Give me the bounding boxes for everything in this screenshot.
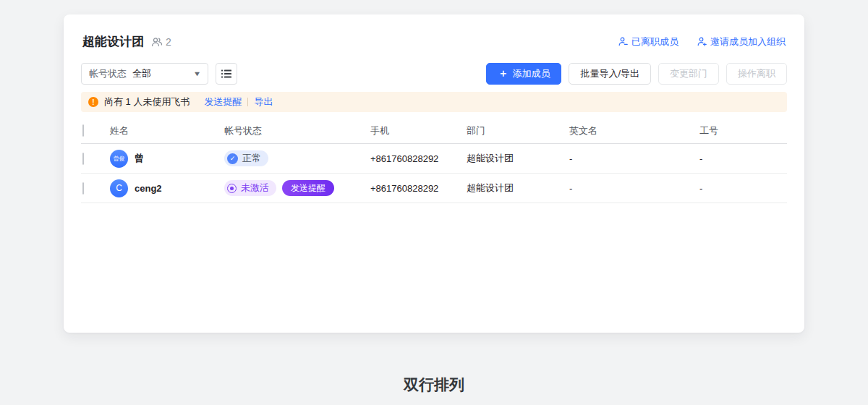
phone-cell: +861760828292 <box>370 183 467 194</box>
filter-label: 帐号状态 <box>89 67 127 80</box>
member-count-value: 2 <box>166 36 171 48</box>
add-member-button[interactable]: ＋ 添加成员 <box>486 63 561 85</box>
member-count: 2 <box>151 36 171 48</box>
list-view-icon <box>221 69 231 78</box>
status-badge: 未激活 <box>224 180 276 196</box>
status-label: 正常 <box>242 152 261 165</box>
resign-operation-button[interactable]: 操作离职 <box>726 63 787 85</box>
unused-warning-banner: ! 尚有 1 人未使用飞书 发送提醒 导出 <box>81 92 787 112</box>
chevron-down-icon: ▼ <box>193 70 202 77</box>
figure-caption: 双行排列 <box>0 375 868 395</box>
status-badge: ✓ 正常 <box>224 150 268 166</box>
english-name-cell: - <box>569 153 699 164</box>
avatar: 曾俊 <box>110 150 128 168</box>
account-status-filter[interactable]: 帐号状态 全部 ▼ <box>81 63 208 85</box>
page-header: 超能设计团 2 已离职成员 <box>81 33 787 50</box>
list-view-button[interactable] <box>216 63 237 85</box>
warning-icon: ! <box>88 97 98 107</box>
resigned-members-link[interactable]: 已离职成员 <box>618 35 678 48</box>
link-divider <box>247 98 248 106</box>
phone-cell: +861760828292 <box>370 153 467 164</box>
change-department-label: 变更部门 <box>670 67 707 80</box>
col-header-status: 帐号状态 <box>224 124 370 137</box>
english-name-cell: - <box>569 183 699 194</box>
table-row[interactable]: 曾俊 曾 ✓ 正常 +861760828292 超能设计团 - - <box>81 144 787 174</box>
employee-id-cell: - <box>699 183 787 194</box>
warning-text: 尚有 1 人未使用飞书 <box>104 95 190 108</box>
member-admin-card: 超能设计团 2 已离职成员 <box>64 14 804 333</box>
people-count-icon <box>151 37 163 47</box>
send-reminder-button[interactable]: 发送提醒 <box>282 180 334 196</box>
resigned-members-label: 已离职成员 <box>631 35 678 48</box>
col-header-english-name: 英文名 <box>569 124 699 137</box>
department-cell: 超能设计团 <box>467 152 569 165</box>
filter-value: 全部 <box>132 67 151 80</box>
export-link[interactable]: 导出 <box>254 95 273 108</box>
resign-operation-label: 操作离职 <box>738 67 775 80</box>
plus-icon: ＋ <box>498 67 508 80</box>
department-cell: 超能设计团 <box>467 182 569 195</box>
dot-circle-icon <box>227 184 237 193</box>
row-checkbox[interactable] <box>82 153 84 165</box>
invite-members-label: 邀请成员加入组织 <box>710 35 786 48</box>
employee-id-cell: - <box>699 153 787 164</box>
member-name: ceng2 <box>135 183 162 194</box>
col-header-phone: 手机 <box>370 124 467 137</box>
col-header-department: 部门 <box>467 124 569 137</box>
toolbar: 帐号状态 全部 ▼ ＋ 添加成员 批量导入/导出 变更部门 <box>81 63 787 85</box>
col-header-name: 姓名 <box>110 124 224 137</box>
row-checkbox[interactable] <box>82 182 84 195</box>
person-add-icon <box>697 37 707 46</box>
member-name: 曾 <box>135 152 144 165</box>
add-member-label: 添加成员 <box>512 67 550 80</box>
check-circle-icon: ✓ <box>227 153 238 164</box>
send-reminder-link[interactable]: 发送提醒 <box>204 95 242 108</box>
select-all-checkbox[interactable] <box>82 124 84 137</box>
status-label: 未激活 <box>241 182 269 195</box>
person-leave-icon <box>618 37 628 46</box>
invite-members-link[interactable]: 邀请成员加入组织 <box>697 35 786 48</box>
table-row[interactable]: C ceng2 未激活 发送提醒 +861760828292 超能设计团 - - <box>81 174 787 203</box>
batch-import-export-label: 批量导入/导出 <box>580 67 639 80</box>
change-department-button[interactable]: 变更部门 <box>658 63 719 85</box>
members-table: 姓名 帐号状态 手机 部门 英文名 工号 曾俊 曾 ✓ 正常 +86176082… <box>81 118 787 203</box>
batch-import-export-button[interactable]: 批量导入/导出 <box>569 63 651 85</box>
avatar: C <box>110 179 128 197</box>
col-header-employee-id: 工号 <box>699 124 787 137</box>
page-title: 超能设计团 <box>82 33 144 50</box>
table-header-row: 姓名 帐号状态 手机 部门 英文名 工号 <box>81 118 787 144</box>
